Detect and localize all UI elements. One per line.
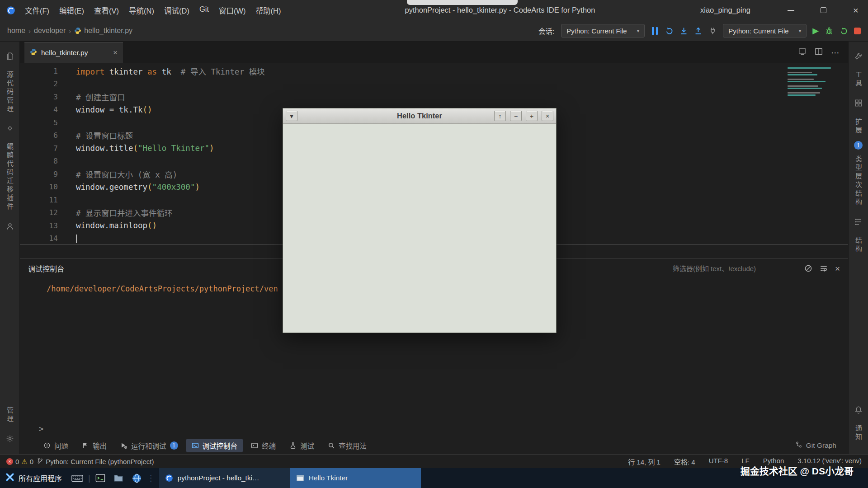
code-line[interactable]: 1import tkinter as tk # 导入 Tkinter 模块 (20, 65, 848, 78)
tab-close-icon[interactable]: × (113, 48, 118, 57)
reload-button[interactable] (840, 27, 848, 35)
minimize-button[interactable]: − (510, 111, 522, 121)
menu-item[interactable]: Git (194, 5, 214, 16)
window-menu-button[interactable]: ▾ (286, 111, 297, 121)
sidebar-item-type-hierarchy[interactable]: 类型层次结构 (854, 155, 863, 207)
error-icon: × (6, 458, 13, 465)
step-out-icon[interactable] (694, 27, 703, 35)
debug-button[interactable] (825, 26, 834, 35)
restart-icon[interactable] (665, 27, 674, 35)
extensions-icon[interactable] (854, 99, 863, 107)
explorer-icon[interactable] (6, 52, 14, 60)
code-line[interactable]: 3# 创建主窗口 (20, 90, 848, 103)
sidebar-item-tools[interactable]: 工具 (854, 71, 863, 88)
browser-icon[interactable] (127, 468, 146, 488)
menu-item[interactable]: 查看(V) (89, 5, 124, 16)
restore-button[interactable] (817, 5, 829, 16)
user-name[interactable]: xiao_ping_ping (700, 6, 750, 14)
line-number: 13 (20, 221, 58, 230)
menu-item[interactable]: 窗口(W) (214, 5, 251, 16)
file-manager-icon[interactable] (109, 468, 127, 488)
menu-item[interactable]: 导航(N) (124, 5, 159, 16)
panel-tab-search[interactable]: 查找用法 (322, 439, 372, 452)
sidebar-item-source-control[interactable]: 源代码管理 (5, 71, 14, 114)
sidebar-item-extensions[interactable]: 扩展 (854, 118, 863, 135)
sidebar-item-manage[interactable]: 管理 (5, 407, 14, 424)
stop-button[interactable] (854, 28, 861, 34)
line-number: 9 (20, 170, 58, 178)
split-editor-icon[interactable] (815, 47, 823, 57)
panel-tab-problems[interactable]: 问题 (38, 439, 74, 452)
tab-hello-tkinter[interactable]: hello_tkinter.py × (24, 42, 123, 63)
encoding-indicator[interactable]: UTF-8 (709, 457, 728, 466)
close-button[interactable]: × (542, 111, 553, 121)
notifications-icon[interactable] (854, 406, 863, 414)
warning-icon: ⚠ (21, 458, 27, 465)
console-filter-input[interactable] (673, 265, 797, 272)
line-number: 2 (20, 80, 58, 88)
account-icon[interactable] (6, 222, 14, 230)
clear-console-icon[interactable] (804, 264, 812, 272)
line-number: 4 (20, 105, 58, 114)
sidebar-item-kunpeng-migration[interactable]: 鲲鹏代码迁移插件 (5, 143, 14, 211)
panel-tab-output[interactable]: 输出 (76, 439, 112, 452)
shade-button[interactable]: ↑ (494, 111, 506, 121)
debug-status[interactable]: Python: Current File (pythonProject) (37, 457, 154, 465)
indent-indicator[interactable]: 空格: 4 (674, 457, 695, 466)
gear-icon[interactable] (6, 435, 14, 443)
more-actions-icon[interactable]: ⋯ (831, 47, 840, 58)
close-panel-icon[interactable]: × (835, 264, 840, 273)
line-col-indicator[interactable]: 行 14, 列 1 (628, 457, 660, 466)
menu-item[interactable]: 文件(F) (20, 5, 54, 16)
sidebar-item-structure[interactable]: 结构 (854, 237, 863, 254)
run-button[interactable]: ▶ (812, 27, 819, 35)
diamond-icon[interactable] (6, 125, 14, 132)
menu-item[interactable]: 帮助(H) (251, 5, 286, 16)
structure-icon[interactable] (854, 218, 863, 226)
panel-tab-debug-console[interactable]: 调试控制台 (186, 439, 243, 452)
problems-status[interactable]: × 0 ⚠ 0 (6, 458, 33, 465)
tkinter-titlebar[interactable]: ▾ Hello Tkinter ↑ − + × (283, 108, 556, 124)
taskbar-task[interactable]: pythonProject - hello_tki… (159, 468, 290, 488)
minimap[interactable] (788, 67, 841, 98)
debug-status-label: Python: Current File (pythonProject) (46, 458, 154, 465)
close-button[interactable]: × (850, 5, 862, 16)
tkinter-window-title: Hello Tkinter (397, 112, 442, 120)
debug-config-select[interactable]: Python: Current File ▾ (561, 24, 645, 38)
open-preview-icon[interactable] (798, 47, 807, 57)
word-wrap-icon[interactable] (820, 264, 828, 272)
keyboard-icon[interactable] (67, 468, 87, 488)
line-number: 8 (20, 157, 58, 165)
left-activity-bar: 源代码管理 鲲鹏代码迁移插件 管理 (0, 42, 20, 454)
step-into-icon[interactable] (679, 27, 688, 35)
all-applications-label: 所有应用程序 (19, 473, 62, 483)
taskbar-separator: ⋮ (146, 468, 156, 488)
menu-item[interactable]: 调试(D) (159, 5, 194, 16)
codearts-logo-icon[interactable] (6, 6, 15, 15)
disconnect-icon[interactable] (708, 27, 717, 35)
panel-tab-test[interactable]: 测试 (284, 439, 320, 452)
branch-icon (37, 457, 43, 465)
breadcrumb-developer[interactable]: developer (34, 27, 66, 35)
menu-item[interactable]: 编辑(E) (54, 5, 89, 16)
tkinter-window[interactable]: ▾ Hello Tkinter ↑ − + × (283, 108, 557, 333)
all-applications-button[interactable]: 所有应用程序 (0, 468, 67, 488)
taskbar-task[interactable]: Hello Tkinter (290, 468, 421, 488)
panel-tab-terminal[interactable]: 终端 (245, 439, 281, 452)
terminal-app-icon[interactable] (91, 468, 109, 488)
pause-button[interactable] (651, 27, 659, 35)
breadcrumb-home[interactable]: home (7, 27, 25, 35)
panel-tabs-list: 问题输出运行和调试1调试控制台终端测试查找用法 (38, 439, 372, 452)
breadcrumb-file[interactable]: hello_tkinter.py (84, 27, 132, 35)
session-label: 会话: (538, 26, 554, 36)
console-prompt[interactable]: > (39, 424, 43, 433)
tools-icon[interactable] (854, 52, 863, 60)
toolbar: home › developer › hello_tkinter.py 会话: … (0, 20, 868, 42)
sidebar-item-notifications[interactable]: 通知 (854, 425, 863, 442)
git-graph-button[interactable]: Git Graph (795, 441, 848, 450)
panel-tab-run-debug[interactable]: 运行和调试1 (115, 439, 184, 452)
run-config-select[interactable]: Python: Current File ▾ (723, 24, 807, 38)
minimize-button[interactable] (785, 5, 797, 16)
code-line[interactable]: 2 (20, 78, 848, 91)
maximize-button[interactable]: + (526, 111, 538, 121)
